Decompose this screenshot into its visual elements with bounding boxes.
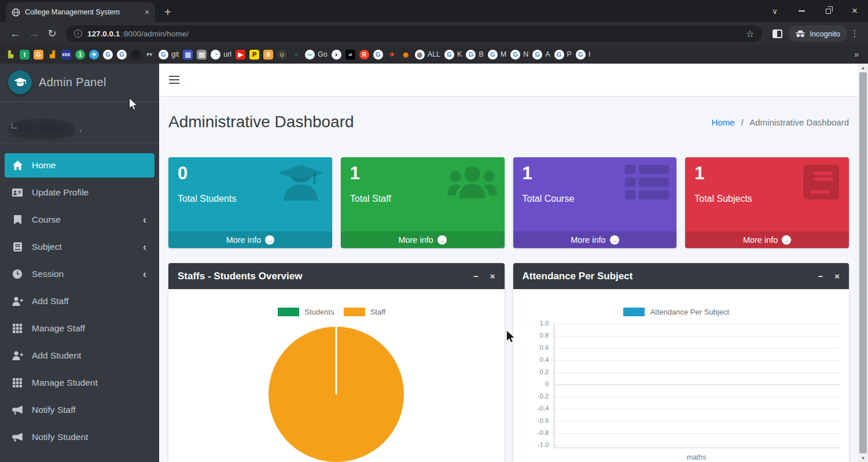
hamburger-menu-icon[interactable] xyxy=(169,76,179,84)
sidebar-item-course[interactable]: Course‹ xyxy=(5,208,155,232)
collapse-icon[interactable]: − xyxy=(818,271,823,281)
y-axis-tick-label: -1.0 xyxy=(513,441,549,448)
mouse-cursor-sidebar xyxy=(127,97,139,111)
tab-search-icon[interactable]: ∨ xyxy=(762,0,788,22)
more-info-link[interactable]: More info→ xyxy=(341,231,505,248)
scrollbar-thumb[interactable] xyxy=(859,72,867,453)
bookmark-ring-green[interactable]: ○ xyxy=(291,50,301,60)
bookmark-g-n[interactable]: GN xyxy=(510,50,528,60)
bookmark-camera-orange[interactable]: 8 xyxy=(263,50,273,60)
bookmark-eee[interactable]: EEE xyxy=(61,50,71,60)
arrow-circle-right-icon: → xyxy=(782,235,791,245)
browser-tab[interactable]: College Management System × xyxy=(6,2,155,22)
sidebar-item-update-profile[interactable]: Update Profile xyxy=(5,180,155,205)
scrollbar-up-icon[interactable]: ▲ xyxy=(861,64,866,72)
sidebar-item-session[interactable]: Session‹ xyxy=(5,262,155,286)
bookmark-g-m[interactable]: GM xyxy=(488,50,506,60)
bookmark-adsense[interactable]: ▙ xyxy=(6,50,16,60)
tab-close-icon[interactable]: × xyxy=(145,8,149,16)
bookmark-one-green[interactable]: 1 xyxy=(75,50,85,60)
sidebar-item-label: Notify Staff xyxy=(32,405,76,415)
sidebar-item-label: Subject xyxy=(32,242,62,252)
arrow-circle-right-icon: → xyxy=(265,235,274,245)
sidebar-item-subject[interactable]: Subject‹ xyxy=(5,235,155,259)
sidebar-item-add-staff[interactable]: Add Staff xyxy=(5,289,155,313)
bookmark-google-2[interactable]: G xyxy=(117,50,127,60)
bookmark-window-blue[interactable]: ▥ xyxy=(183,50,193,60)
close-icon[interactable]: × xyxy=(834,271,840,281)
close-icon[interactable]: × xyxy=(490,271,495,281)
bookmark-yandex[interactable]: Я xyxy=(359,50,369,60)
sidebar-brand[interactable]: Admin Panel xyxy=(0,64,159,102)
bookmark-google-git[interactable]: Ggit xyxy=(159,50,179,60)
bookmark-g-k[interactable]: GK xyxy=(444,50,462,60)
url-host: 127.0.0.1 xyxy=(87,29,120,38)
forward-icon[interactable]: → xyxy=(24,28,43,40)
more-info-link[interactable]: More info→ xyxy=(513,231,677,248)
sidebar-item-manage-staff[interactable]: Manage Staff xyxy=(5,316,155,341)
bookmark-eye-orange[interactable]: ◉ xyxy=(401,50,411,60)
scrollbar-down-icon[interactable]: ▼ xyxy=(861,454,866,462)
restore-button[interactable] xyxy=(815,0,841,22)
legend-label-attendance: Attendance Per Subject xyxy=(650,308,729,316)
bookmark-py[interactable]: PY xyxy=(145,50,155,60)
top-navbar xyxy=(159,64,858,97)
reload-icon[interactable]: ↻ xyxy=(43,27,61,40)
bookmark-analytics[interactable]: ▟ xyxy=(47,50,57,60)
bookmark-github[interactable] xyxy=(131,50,141,60)
google-git-icon: G xyxy=(159,50,168,60)
bookmark-godaddy[interactable]: ∞Go xyxy=(305,50,328,60)
bookmark-cl-black[interactable]: cl xyxy=(345,50,355,60)
pie-panel-body: Students Staff xyxy=(168,289,505,462)
bookmark-google-1[interactable]: G xyxy=(103,50,113,60)
bookmark-telegram[interactable]: ✈ xyxy=(89,50,99,60)
minimize-button[interactable] xyxy=(788,0,815,22)
bookmark-star-icon[interactable]: ☆ xyxy=(746,28,754,39)
sidebar-item-notify-student[interactable]: Notify Student xyxy=(5,425,155,449)
collapse-icon[interactable]: − xyxy=(473,271,479,281)
bookmark-label: A xyxy=(545,50,550,58)
bookmark-spark-orange[interactable]: ✈ xyxy=(387,50,397,60)
back-icon[interactable]: ← xyxy=(6,28,24,40)
bookmark-cross-green[interactable]: t xyxy=(20,50,30,60)
bookmark-youtube[interactable]: ▶ xyxy=(236,50,245,60)
bookmark-all-globe[interactable]: ◍ALL xyxy=(415,50,440,60)
bookmark-google-3[interactable]: G xyxy=(373,50,383,60)
page-info-icon[interactable] xyxy=(74,29,82,38)
mouse-cursor-main xyxy=(504,330,517,343)
stat-card-total-staff: 1Total StaffMore info→ xyxy=(341,157,505,248)
browser-menu-icon[interactable]: ⋮ xyxy=(847,28,862,39)
more-info-link[interactable]: More info→ xyxy=(685,231,849,248)
sidebar-item-home[interactable]: Home xyxy=(5,153,155,178)
sidebar-item-label: Home xyxy=(32,160,56,171)
close-button[interactable]: × xyxy=(841,0,868,22)
more-info-link[interactable]: More info→ xyxy=(168,231,332,248)
bookmark-g-b[interactable]: GB xyxy=(466,50,483,60)
spark-orange-icon: ✈ xyxy=(387,50,397,60)
bookmark-cart-dark[interactable]: ∪ xyxy=(277,50,287,60)
bookmarks-overflow-icon[interactable]: » xyxy=(854,50,862,59)
userplus-icon xyxy=(11,297,24,306)
bookmark-g-a[interactable]: GA xyxy=(532,50,550,60)
breadcrumb-home-link[interactable]: Home xyxy=(712,117,735,127)
bookmark-bird[interactable]: ◗ xyxy=(332,50,341,60)
more-info-label: More info xyxy=(571,235,605,245)
sidebar-item-add-student[interactable]: Add Student xyxy=(5,343,155,368)
pie-panel-header: Staffs - Students Overview − × xyxy=(168,263,505,289)
all-globe-icon: ◍ xyxy=(415,50,425,60)
bookmark-url-blue[interactable]: ◔url xyxy=(211,50,231,60)
bookmark-p-yellow[interactable]: P xyxy=(249,50,259,60)
address-bar[interactable]: 127.0.0.1 :8000/admin/home/ ☆ xyxy=(66,25,762,42)
bookmark-hex-orange[interactable]: G xyxy=(34,50,43,60)
bookmark-bank-grey[interactable]: ▤ xyxy=(197,50,207,60)
bookmark-g-p[interactable]: GP xyxy=(554,50,572,60)
side-panel-icon[interactable] xyxy=(773,29,782,38)
breadcrumb: Home / Administrative Dashboard xyxy=(712,117,849,127)
sidebar-item-notify-staff[interactable]: Notify Staff xyxy=(5,398,155,422)
bookmark-g-i[interactable]: GI xyxy=(576,50,590,60)
eye-orange-icon: ◉ xyxy=(401,50,411,60)
sidebar-item-manage-student[interactable]: Manage Student xyxy=(5,371,155,395)
new-tab-button[interactable]: + xyxy=(164,6,171,18)
bookmark-label: url xyxy=(223,50,231,58)
url-blue-icon: ◔ xyxy=(211,50,220,60)
